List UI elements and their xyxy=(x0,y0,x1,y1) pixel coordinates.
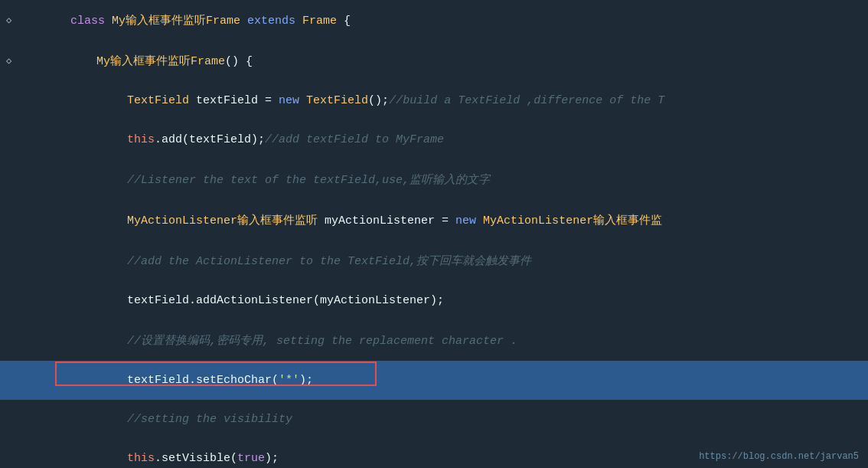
code-line-9: //设置替换编码,密码专用, setting the replacement c… xyxy=(0,320,868,361)
code-line-8: textField.addActionListener(myActionList… xyxy=(0,281,868,320)
code-line-1: ◇ class My输入框事件监听Frame extends Frame { xyxy=(0,0,868,41)
classname: My输入框事件监听Frame xyxy=(112,15,240,28)
space2 xyxy=(295,15,302,28)
line-content-10: textField.setEchoChar('*'); xyxy=(24,361,862,400)
tf-paren: (); xyxy=(368,94,389,107)
set-echo-call: textField.setEchoChar( xyxy=(127,374,279,387)
code-line-5: //Listener the text of the textField,use… xyxy=(0,159,868,200)
line-content-8: textField.addActionListener(myActionList… xyxy=(24,281,862,320)
mal-var: myActionListener = xyxy=(318,214,455,227)
line-content-1: class My输入框事件监听Frame extends Frame { xyxy=(24,0,862,41)
keyword-new-1: new xyxy=(279,94,299,107)
line-content-9: //设置替换编码,密码专用, setting the replacement c… xyxy=(24,320,862,361)
set-visible: .setVisible( xyxy=(155,452,237,465)
keyword-true: true xyxy=(237,452,265,465)
comment-7: //add the ActionListener to the TextFiel… xyxy=(127,255,531,268)
constructor-paren: () { xyxy=(225,55,253,68)
line-content-2: My输入框事件监听Frame() { xyxy=(24,41,862,81)
comment-3: //build a TextField ,difference of the T xyxy=(389,94,664,107)
comment-11: //setting the visibility xyxy=(127,413,292,426)
set-visible-close: ); xyxy=(265,452,279,465)
space-new-1 xyxy=(299,94,306,107)
space-new-2 xyxy=(476,214,483,227)
line-content-11: //setting the visibility xyxy=(24,400,862,439)
line-content-6: MyActionListener输入框事件监听 myActionListener… xyxy=(24,200,862,241)
constructor-name: My输入框事件监听Frame xyxy=(96,55,225,68)
line-content-4: this.add(textField);//add textField to M… xyxy=(24,120,862,159)
code-line-4: this.add(textField);//add textField to M… xyxy=(0,120,868,159)
code-editor: ◇ class My输入框事件监听Frame extends Frame { ◇… xyxy=(0,0,868,468)
line-content-3: TextField textField = new TextField();//… xyxy=(24,81,862,120)
add-action-listener: textField.addActionListener(myActionList… xyxy=(127,294,444,307)
keyword-class: class xyxy=(70,15,112,28)
varname-textfield: textField = xyxy=(189,94,279,107)
keyword-extends: extends xyxy=(247,15,295,28)
keyword-new-2: new xyxy=(455,214,476,227)
echo-char-value: '*' xyxy=(279,374,299,387)
gutter-1: ◇ xyxy=(6,15,24,26)
space xyxy=(240,15,247,28)
new-textfield: TextField xyxy=(306,94,368,107)
code-line-6: MyActionListener输入框事件监听 myActionListener… xyxy=(0,200,868,241)
parent-class: Frame xyxy=(302,15,337,28)
type-textfield: TextField xyxy=(127,94,189,107)
code-line-3: TextField textField = new TextField();//… xyxy=(0,81,868,120)
comment-9: //设置替换编码,密码专用, setting the replacement c… xyxy=(127,335,517,348)
add-call: .add(textField); xyxy=(155,133,265,146)
source-url: https://blog.csdn.net/jarvan5 xyxy=(699,451,859,462)
this-1: this xyxy=(127,133,155,146)
gutter-2: ◇ xyxy=(6,55,24,67)
line-content-7: //add the ActionListener to the TextFiel… xyxy=(24,241,862,281)
code-line-2: ◇ My输入框事件监听Frame() { xyxy=(0,41,868,81)
echo-close-paren: ); xyxy=(299,374,313,387)
brace: { xyxy=(337,15,351,28)
code-line-11: //setting the visibility xyxy=(0,400,868,439)
this-2: this xyxy=(127,452,155,465)
code-line-7: //add the ActionListener to the TextFiel… xyxy=(0,241,868,281)
comment-5: //Listener the text of the textField,use… xyxy=(127,174,490,187)
line-content-5: //Listener the text of the textField,use… xyxy=(24,159,862,200)
comment-4: //add textField to MyFrame xyxy=(265,133,444,146)
code-line-10: textField.setEchoChar('*'); xyxy=(0,361,868,400)
new-action-listener: MyActionListener输入框事件监 xyxy=(483,214,662,227)
action-listener-type: MyActionListener输入框事件监听 xyxy=(127,214,318,227)
